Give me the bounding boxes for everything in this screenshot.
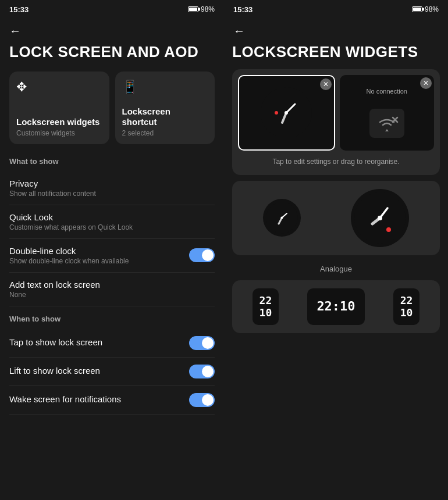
wifi-x-icon: [375, 113, 399, 133]
widgets-icon: ✥: [16, 80, 102, 95]
digital-time-3: 2210: [400, 294, 413, 319]
clock-styles-container: Analogue: [232, 181, 440, 274]
tap-to-show-toggle[interactable]: [189, 336, 215, 350]
clock-style-small[interactable]: [263, 199, 301, 237]
widget-hint: Tap to edit settings or drag to reorgani…: [238, 155, 434, 169]
privacy-sub: Show all notification content: [9, 190, 215, 198]
left-back-button[interactable]: ←: [0, 19, 224, 44]
no-connection-widget-box[interactable]: ✕ No connection: [340, 75, 435, 151]
lift-to-show-title: Lift to show lock screen: [9, 366, 189, 376]
svg-point-4: [285, 111, 288, 115]
add-text-sub: None: [9, 291, 215, 299]
no-connection-widget: No connection: [340, 75, 435, 151]
tap-to-show-title: Tap to show lock screen: [9, 337, 189, 347]
right-status-bar: 15:33 98%: [224, 0, 448, 19]
clock-style-large[interactable]: [351, 189, 409, 247]
digital-time-1: 2210: [259, 294, 272, 319]
quick-look-row[interactable]: Quick Look Customise what appears on Qui…: [9, 205, 215, 239]
wake-screen-title: Wake screen for notifications: [9, 394, 189, 404]
svg-point-10: [281, 217, 283, 219]
lockscreen-shortcut-card[interactable]: 📱 Lockscreen shortcut 2 selected: [115, 72, 215, 144]
tap-to-show-row[interactable]: Tap to show lock screen: [9, 329, 215, 358]
widget-selector: ✕ ✕ No connection: [232, 69, 440, 175]
shortcut-icon: 📱: [122, 80, 208, 95]
double-line-clock-sub: Show double-line clock when available: [9, 257, 189, 265]
clock-widget-box[interactable]: ✕: [238, 75, 335, 151]
svg-point-1: [275, 111, 278, 115]
analog-clock-style-small: [266, 202, 298, 234]
privacy-row[interactable]: Privacy Show all notification content: [9, 172, 215, 205]
double-line-clock-row[interactable]: Double-line clock Show double-line clock…: [9, 239, 215, 273]
add-text-title: Add text on lock screen: [9, 280, 215, 290]
clock-styles-row: [232, 181, 440, 255]
right-page-title: LOCKSCREEN WIDGETS: [232, 44, 440, 61]
when-to-show-label: When to show: [9, 315, 215, 323]
double-line-clock-title: Double-line clock: [9, 246, 189, 256]
right-panel: 15:33 98% ← LOCKSCREEN WIDGETS ✕: [224, 0, 448, 500]
digital-box-3[interactable]: 2210: [393, 288, 420, 325]
add-text-row[interactable]: Add text on lock screen None: [9, 273, 215, 306]
widgets-card-title: Lockscreen widgets: [16, 117, 102, 127]
no-connection-close[interactable]: ✕: [420, 77, 432, 89]
right-battery-icon: [412, 6, 422, 12]
left-status-bar: 15:33 98%: [0, 0, 224, 19]
right-time: 15:33: [233, 5, 253, 14]
lift-to-show-toggle[interactable]: [189, 365, 215, 378]
digital-box-1[interactable]: 2210: [253, 288, 279, 325]
shortcut-card-title: Lockscreen shortcut: [122, 106, 208, 127]
what-to-show-label: What to show: [9, 157, 215, 166]
left-battery: 98%: [188, 5, 215, 13]
widget-cards: ✥ Lockscreen widgets Customise widgets 📱…: [9, 72, 215, 144]
widget-selector-row: ✕ ✕ No connection: [238, 75, 434, 151]
svg-point-12: [386, 227, 391, 232]
right-content: LOCKSCREEN WIDGETS ✕: [224, 44, 448, 500]
double-line-clock-toggle[interactable]: [189, 248, 215, 262]
battery-icon: [188, 6, 198, 12]
right-battery: 98%: [412, 5, 439, 13]
left-panel: 15:33 98% ← LOCK SCREEN AND AOD ✥ Locksc…: [0, 0, 224, 500]
left-time: 15:33: [9, 5, 29, 14]
svg-point-15: [378, 216, 382, 220]
wake-screen-row[interactable]: Wake screen for notifications: [9, 386, 215, 415]
lockscreen-widgets-card[interactable]: ✥ Lockscreen widgets Customise widgets: [9, 72, 109, 144]
no-connection-label: No connection: [367, 88, 407, 95]
left-content: LOCK SCREEN AND AOD ✥ Lockscreen widgets…: [0, 44, 224, 500]
right-back-button[interactable]: ←: [224, 19, 448, 44]
quick-look-title: Quick Look: [9, 212, 215, 222]
left-page-title: LOCK SCREEN AND AOD: [9, 44, 215, 61]
widgets-card-sub: Customise widgets: [16, 129, 102, 137]
digital-box-2[interactable]: 22:10: [307, 288, 364, 324]
wifi-icon-area: [369, 109, 404, 138]
wake-screen-toggle[interactable]: [189, 393, 215, 407]
digital-clock-area: 2210 22:10 2210: [232, 280, 440, 333]
digital-time-2: 22:10: [317, 299, 355, 314]
clock-widget-close[interactable]: ✕: [320, 78, 332, 90]
privacy-title: Privacy: [9, 178, 215, 188]
shortcut-card-sub: 2 selected: [122, 129, 208, 137]
analog-clock-small: [260, 87, 312, 139]
analog-clock-style-large: [354, 192, 406, 244]
quick-look-sub: Customise what appears on Quick Look: [9, 223, 215, 231]
lift-to-show-row[interactable]: Lift to show lock screen: [9, 358, 215, 386]
clock-style-label: Analogue: [232, 261, 440, 274]
